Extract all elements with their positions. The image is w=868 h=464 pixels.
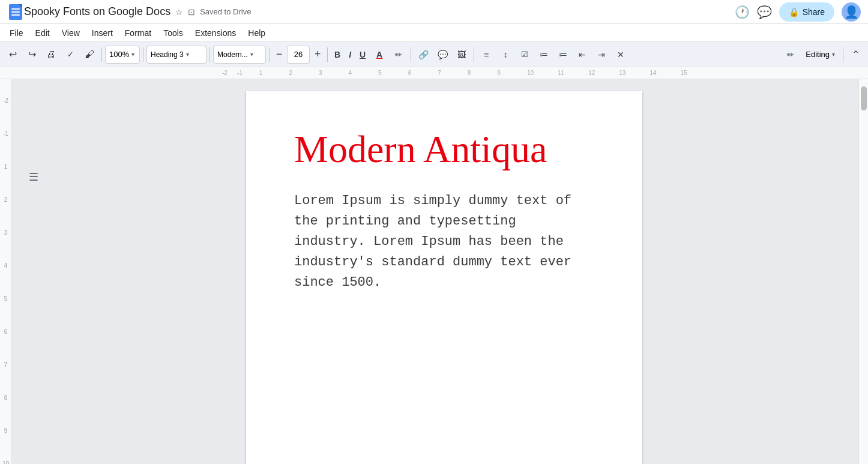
- separator-2: [143, 47, 143, 62]
- lock-icon: 🔒: [789, 7, 799, 17]
- share-button[interactable]: 🔒 Share: [779, 2, 834, 22]
- menu-tools[interactable]: Tools: [158, 27, 188, 39]
- clear-format-button[interactable]: ✕: [612, 46, 630, 64]
- separator-6: [411, 47, 411, 62]
- share-label: Share: [803, 7, 825, 17]
- separator-7: [474, 47, 474, 62]
- font-size-increase[interactable]: +: [311, 46, 324, 64]
- body-text: Lorem Ipsum is simply dummy text of the …: [294, 193, 571, 290]
- italic-button[interactable]: I: [345, 46, 355, 64]
- spellcheck-button[interactable]: ✓: [61, 46, 79, 64]
- checklist-button[interactable]: ☑: [516, 46, 534, 64]
- separator-3: [209, 47, 210, 62]
- chat-icon[interactable]: 💬: [757, 5, 772, 19]
- ruler: -2 -1 1 2 3 4 5 6 7 8 9 10 11 12 13 14 1…: [0, 67, 868, 79]
- font-size-decrease[interactable]: −: [273, 46, 286, 64]
- gdocs-logo: [7, 4, 24, 20]
- undo-button[interactable]: ↩: [4, 46, 22, 64]
- separator-8: [843, 47, 843, 62]
- numbered-list-button[interactable]: ≔: [554, 46, 572, 64]
- print-button[interactable]: 🖨: [42, 46, 60, 64]
- document-area[interactable]: Modern Antiqua Lorem Ipsum is simply dum…: [30, 79, 858, 464]
- left-ruler: -2 -1 1 2 3 4 5 6 7 8 9 10 11: [0, 79, 12, 464]
- avatar[interactable]: 👤: [842, 2, 861, 22]
- link-button[interactable]: 🔗: [414, 46, 432, 64]
- folder-icon[interactable]: ⊡: [188, 7, 195, 17]
- outline-toggle[interactable]: ☰: [29, 170, 47, 464]
- heading-text: Modern Antiqua: [294, 128, 547, 170]
- document-body[interactable]: Lorem Ipsum is simply dummy text of the …: [294, 191, 594, 293]
- menu-format[interactable]: Format: [120, 27, 156, 39]
- font-size-input[interactable]: 26: [287, 46, 310, 64]
- scrollbar[interactable]: [858, 79, 868, 464]
- indent-decrease-button[interactable]: ⇤: [573, 46, 591, 64]
- scroll-thumb[interactable]: [861, 86, 867, 110]
- menu-insert[interactable]: Insert: [87, 27, 118, 39]
- separator-5: [327, 47, 328, 62]
- menu-file[interactable]: File: [5, 27, 28, 39]
- font-select[interactable]: Modern... ▾: [213, 46, 266, 64]
- comment-button[interactable]: 💬: [433, 46, 451, 64]
- heading-chevron: ▾: [186, 51, 189, 58]
- underline-button[interactable]: U: [356, 46, 369, 64]
- main-area: -2 -1 1 2 3 4 5 6 7 8 9 10 11 ☰ Modern A…: [0, 79, 868, 464]
- editing-label: Editing: [806, 50, 830, 59]
- bullet-list-button[interactable]: ≔: [535, 46, 553, 64]
- toolbar: ↩ ↪ 🖨 ✓ 🖌 100% ▾ Heading 3 ▾ Modern... ▾…: [0, 42, 868, 67]
- align-button[interactable]: ≡: [477, 46, 495, 64]
- menu-extensions[interactable]: Extensions: [190, 27, 241, 39]
- heading-value: Heading 3: [151, 50, 184, 59]
- paint-format-button[interactable]: 🖌: [80, 46, 98, 64]
- title-bar: Spooky Fonts on Google Docs ☆ ⊡ Saved to…: [0, 0, 868, 24]
- indent-increase-button[interactable]: ⇥: [592, 46, 610, 64]
- image-button[interactable]: 🖼: [453, 46, 471, 64]
- font-chevron: ▾: [250, 51, 253, 58]
- editing-select[interactable]: Editing ▾: [801, 46, 840, 64]
- pencil-icon: ✏: [782, 46, 800, 64]
- cloud-status: Saved to Drive: [200, 7, 251, 16]
- menu-view[interactable]: View: [57, 27, 85, 39]
- menu-bar: File Edit View Insert Format Tools Exten…: [0, 24, 868, 42]
- font-size-wrap: − 26 +: [273, 46, 324, 64]
- heading-select[interactable]: Heading 3 ▾: [146, 46, 206, 64]
- zoom-select[interactable]: 100% ▾: [105, 46, 140, 64]
- bold-button[interactable]: B: [331, 46, 344, 64]
- zoom-chevron: ▾: [131, 51, 134, 58]
- font-value: Modern...: [217, 50, 248, 59]
- editing-chevron: ▾: [832, 51, 835, 58]
- zoom-value: 100%: [109, 50, 129, 59]
- document-heading[interactable]: Modern Antiqua: [294, 127, 594, 172]
- history-icon[interactable]: 🕐: [735, 5, 750, 19]
- document-page: Modern Antiqua Lorem Ipsum is simply dum…: [246, 91, 642, 464]
- text-color-button[interactable]: A: [370, 46, 388, 64]
- separator-4: [269, 47, 270, 62]
- menu-help[interactable]: Help: [243, 27, 270, 39]
- separator-1: [101, 47, 102, 62]
- collapse-button[interactable]: ⌃: [846, 46, 864, 64]
- document-title[interactable]: Spooky Fonts on Google Docs: [24, 5, 170, 18]
- highlight-button[interactable]: ✏: [390, 46, 408, 64]
- star-icon[interactable]: ☆: [175, 7, 183, 17]
- menu-edit[interactable]: Edit: [31, 27, 55, 39]
- line-spacing-button[interactable]: ↕: [496, 46, 514, 64]
- redo-button[interactable]: ↪: [23, 46, 41, 64]
